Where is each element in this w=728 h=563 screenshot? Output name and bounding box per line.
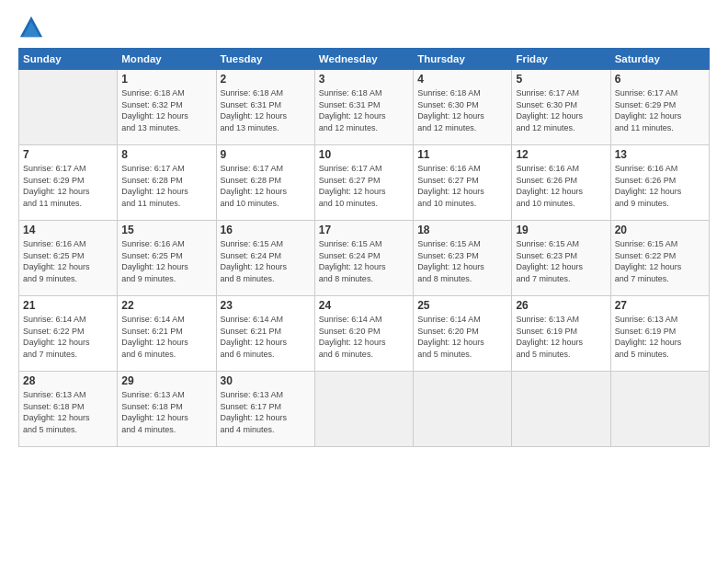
calendar-cell: 4Sunrise: 6:18 AM Sunset: 6:30 PM Daylig… (414, 70, 512, 145)
day-number: 5 (516, 73, 606, 86)
day-info: Sunrise: 6:14 AM Sunset: 6:22 PM Dayligh… (23, 314, 113, 360)
day-info: Sunrise: 6:14 AM Sunset: 6:20 PM Dayligh… (417, 314, 507, 360)
calendar-cell: 11Sunrise: 6:16 AM Sunset: 6:27 PM Dayli… (414, 145, 512, 221)
day-number: 4 (417, 73, 507, 86)
day-info: Sunrise: 6:13 AM Sunset: 6:19 PM Dayligh… (516, 314, 606, 360)
day-info: Sunrise: 6:15 AM Sunset: 6:23 PM Dayligh… (417, 238, 507, 284)
day-number: 23 (221, 299, 311, 312)
day-info: Sunrise: 6:18 AM Sunset: 6:31 PM Dayligh… (221, 87, 311, 133)
logo-icon (18, 15, 44, 40)
calendar-cell (314, 372, 413, 447)
day-number: 24 (319, 299, 409, 312)
calendar-cell: 26Sunrise: 6:13 AM Sunset: 6:19 PM Dayli… (512, 296, 610, 372)
day-number: 22 (121, 299, 211, 312)
calendar-cell: 25Sunrise: 6:14 AM Sunset: 6:20 PM Dayli… (414, 296, 512, 372)
page-header (18, 15, 710, 40)
calendar-cell: 2Sunrise: 6:18 AM Sunset: 6:31 PM Daylig… (216, 70, 314, 145)
calendar-cell: 16Sunrise: 6:15 AM Sunset: 6:24 PM Dayli… (216, 221, 314, 296)
calendar-cell: 3Sunrise: 6:18 AM Sunset: 6:31 PM Daylig… (314, 70, 413, 145)
calendar-cell: 27Sunrise: 6:13 AM Sunset: 6:19 PM Dayli… (610, 296, 709, 372)
day-number: 16 (221, 224, 311, 236)
day-number: 14 (23, 224, 113, 236)
weekday-header-sunday: Sunday (19, 49, 118, 70)
calendar-cell: 6Sunrise: 6:17 AM Sunset: 6:29 PM Daylig… (610, 70, 709, 145)
day-number: 9 (221, 148, 311, 161)
day-info: Sunrise: 6:17 AM Sunset: 6:30 PM Dayligh… (516, 87, 606, 133)
day-info: Sunrise: 6:13 AM Sunset: 6:18 PM Dayligh… (23, 389, 113, 435)
calendar-cell: 18Sunrise: 6:15 AM Sunset: 6:23 PM Dayli… (414, 221, 512, 296)
calendar-cell: 5Sunrise: 6:17 AM Sunset: 6:30 PM Daylig… (512, 70, 610, 145)
day-info: Sunrise: 6:13 AM Sunset: 6:19 PM Dayligh… (615, 314, 705, 360)
day-number: 27 (615, 299, 705, 312)
calendar-table: SundayMondayTuesdayWednesdayThursdayFrid… (18, 48, 710, 447)
day-info: Sunrise: 6:15 AM Sunset: 6:24 PM Dayligh… (221, 238, 311, 284)
calendar-week-row: 1Sunrise: 6:18 AM Sunset: 6:32 PM Daylig… (19, 70, 710, 145)
day-info: Sunrise: 6:15 AM Sunset: 6:22 PM Dayligh… (615, 238, 705, 284)
calendar-cell: 29Sunrise: 6:13 AM Sunset: 6:18 PM Dayli… (118, 372, 216, 447)
day-number: 28 (23, 374, 113, 387)
day-info: Sunrise: 6:17 AM Sunset: 6:28 PM Dayligh… (221, 163, 311, 209)
day-info: Sunrise: 6:16 AM Sunset: 6:27 PM Dayligh… (417, 163, 507, 209)
day-number: 12 (516, 148, 606, 161)
day-number: 7 (23, 148, 113, 161)
calendar-cell: 9Sunrise: 6:17 AM Sunset: 6:28 PM Daylig… (216, 145, 314, 221)
day-number: 1 (121, 73, 211, 86)
calendar-cell: 13Sunrise: 6:16 AM Sunset: 6:26 PM Dayli… (610, 145, 709, 221)
calendar-cell: 19Sunrise: 6:15 AM Sunset: 6:23 PM Dayli… (512, 221, 610, 296)
day-info: Sunrise: 6:18 AM Sunset: 6:30 PM Dayligh… (417, 87, 507, 133)
day-number: 18 (417, 224, 507, 236)
day-number: 17 (319, 224, 409, 236)
day-info: Sunrise: 6:18 AM Sunset: 6:32 PM Dayligh… (121, 87, 211, 133)
day-number: 10 (319, 148, 409, 161)
day-number: 3 (319, 73, 409, 86)
calendar-cell: 8Sunrise: 6:17 AM Sunset: 6:28 PM Daylig… (118, 145, 216, 221)
calendar-week-row: 28Sunrise: 6:13 AM Sunset: 6:18 PM Dayli… (19, 372, 710, 447)
calendar-cell: 1Sunrise: 6:18 AM Sunset: 6:32 PM Daylig… (118, 70, 216, 145)
day-number: 11 (417, 148, 507, 161)
calendar-cell: 22Sunrise: 6:14 AM Sunset: 6:21 PM Dayli… (118, 296, 216, 372)
day-info: Sunrise: 6:14 AM Sunset: 6:21 PM Dayligh… (121, 314, 211, 360)
logo (18, 15, 48, 40)
calendar-cell: 17Sunrise: 6:15 AM Sunset: 6:24 PM Dayli… (314, 221, 413, 296)
weekday-header-friday: Friday (512, 49, 610, 70)
day-info: Sunrise: 6:17 AM Sunset: 6:27 PM Dayligh… (319, 163, 409, 209)
day-info: Sunrise: 6:16 AM Sunset: 6:26 PM Dayligh… (516, 163, 606, 209)
page-container: SundayMondayTuesdayWednesdayThursdayFrid… (0, 0, 728, 563)
day-number: 8 (121, 148, 211, 161)
day-info: Sunrise: 6:14 AM Sunset: 6:21 PM Dayligh… (221, 314, 311, 360)
day-number: 13 (615, 148, 705, 161)
day-number: 21 (23, 299, 113, 312)
calendar-cell: 30Sunrise: 6:13 AM Sunset: 6:17 PM Dayli… (216, 372, 314, 447)
day-number: 15 (121, 224, 211, 236)
calendar-cell: 24Sunrise: 6:14 AM Sunset: 6:20 PM Dayli… (314, 296, 413, 372)
calendar-header-row: SundayMondayTuesdayWednesdayThursdayFrid… (19, 49, 710, 70)
day-number: 30 (221, 374, 311, 387)
day-info: Sunrise: 6:17 AM Sunset: 6:29 PM Dayligh… (23, 163, 113, 209)
calendar-cell (19, 70, 118, 145)
calendar-cell: 7Sunrise: 6:17 AM Sunset: 6:29 PM Daylig… (19, 145, 118, 221)
calendar-cell (512, 372, 610, 447)
calendar-cell: 12Sunrise: 6:16 AM Sunset: 6:26 PM Dayli… (512, 145, 610, 221)
day-info: Sunrise: 6:18 AM Sunset: 6:31 PM Dayligh… (319, 87, 409, 133)
calendar-cell: 21Sunrise: 6:14 AM Sunset: 6:22 PM Dayli… (19, 296, 118, 372)
day-info: Sunrise: 6:13 AM Sunset: 6:18 PM Dayligh… (121, 389, 211, 435)
calendar-week-row: 14Sunrise: 6:16 AM Sunset: 6:25 PM Dayli… (19, 221, 710, 296)
day-number: 25 (417, 299, 507, 312)
calendar-cell: 23Sunrise: 6:14 AM Sunset: 6:21 PM Dayli… (216, 296, 314, 372)
calendar-cell: 28Sunrise: 6:13 AM Sunset: 6:18 PM Dayli… (19, 372, 118, 447)
calendar-cell: 14Sunrise: 6:16 AM Sunset: 6:25 PM Dayli… (19, 221, 118, 296)
calendar-cell: 15Sunrise: 6:16 AM Sunset: 6:25 PM Dayli… (118, 221, 216, 296)
day-info: Sunrise: 6:14 AM Sunset: 6:20 PM Dayligh… (319, 314, 409, 360)
weekday-header-wednesday: Wednesday (314, 49, 413, 70)
day-number: 20 (615, 224, 705, 236)
calendar-cell (610, 372, 709, 447)
calendar-cell: 10Sunrise: 6:17 AM Sunset: 6:27 PM Dayli… (314, 145, 413, 221)
day-number: 26 (516, 299, 606, 312)
day-info: Sunrise: 6:16 AM Sunset: 6:25 PM Dayligh… (121, 238, 211, 284)
day-info: Sunrise: 6:15 AM Sunset: 6:23 PM Dayligh… (516, 238, 606, 284)
day-info: Sunrise: 6:17 AM Sunset: 6:28 PM Dayligh… (121, 163, 211, 209)
day-info: Sunrise: 6:15 AM Sunset: 6:24 PM Dayligh… (319, 238, 409, 284)
weekday-header-saturday: Saturday (610, 49, 709, 70)
day-number: 29 (121, 374, 211, 387)
day-number: 6 (615, 73, 705, 86)
